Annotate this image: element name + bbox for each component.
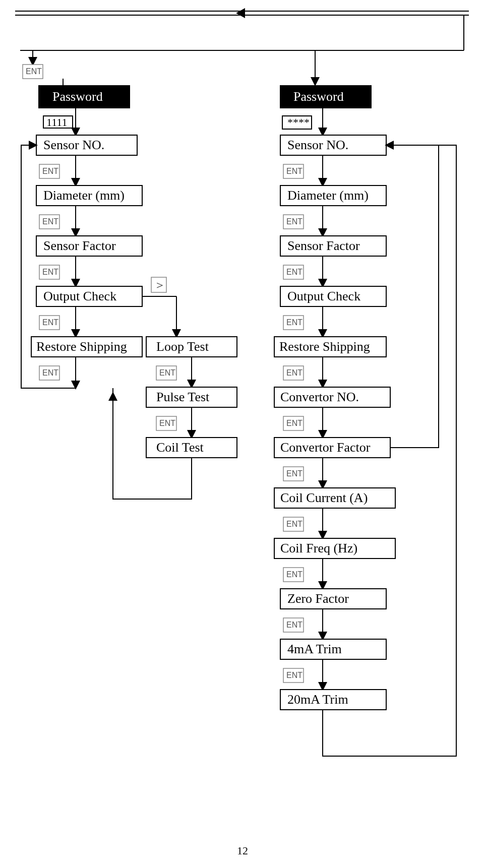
step-left-4-text: Restore Shipping [36,339,127,354]
step-right-4-text: Restore Shipping [279,339,370,354]
step-left-1-text: Diameter (mm) [43,188,125,203]
pw-value-right-text: **** [287,116,310,129]
branch-1-text: Pulse Test [156,390,210,404]
step-right-9-text: Zero Factor [287,591,349,606]
ent-label: ENT [286,318,302,327]
step-left-3-text: Output Check [43,289,116,303]
page-number: 12 [237,844,248,857]
ent-label: ENT [286,217,302,226]
branch-0-text: Loop Test [156,339,209,354]
ent-label: ENT [286,167,302,175]
ent-label: ENT [159,419,175,427]
ent-label: ENT [286,368,302,377]
ent-label: ENT [26,67,42,76]
branch-2-text: Coil Test [156,440,204,455]
ent-label: ENT [42,268,58,276]
ent-label: ENT [286,520,302,528]
ent-label: ENT [286,419,302,427]
ent-label: ENT [42,318,58,327]
step-right-11-text: 20mA Trim [287,692,348,707]
ent-label: ENT [42,368,58,377]
step-right-7-text: Coil Current (A) [280,490,368,505]
ent-label: ENT [42,217,58,226]
svg-marker-2 [236,8,245,18]
step-right-5-text: Convertor NO. [280,390,359,404]
password-label-left: Password [52,89,103,104]
step-right-6-text: Convertor Factor [280,440,371,455]
step-right-10-text: 4mA Trim [287,642,342,656]
password-label-right: Password [293,89,344,104]
step-right-8-text: Coil Freq (Hz) [280,541,357,555]
pw-value-left-text: 1111 [46,116,68,129]
ent-label: ENT [286,268,302,276]
step-left-2-text: Sensor Factor [43,238,116,253]
ent-label: ENT [286,621,302,629]
ent-label: ENT [286,671,302,679]
ent-label: ENT [286,469,302,478]
step-right-1-text: Diameter (mm) [287,188,369,203]
step-left-0-text: Sensor NO. [43,138,104,152]
step-right-3-text: Output Check [287,289,360,303]
ent-label: ENT [42,167,58,175]
ent-label: ENT [159,368,175,377]
ent-label: ENT [286,570,302,579]
gt-symbol: ＞ [154,278,166,291]
step-right-2-text: Sensor Factor [287,238,360,253]
step-right-0-text: Sensor NO. [287,138,348,152]
